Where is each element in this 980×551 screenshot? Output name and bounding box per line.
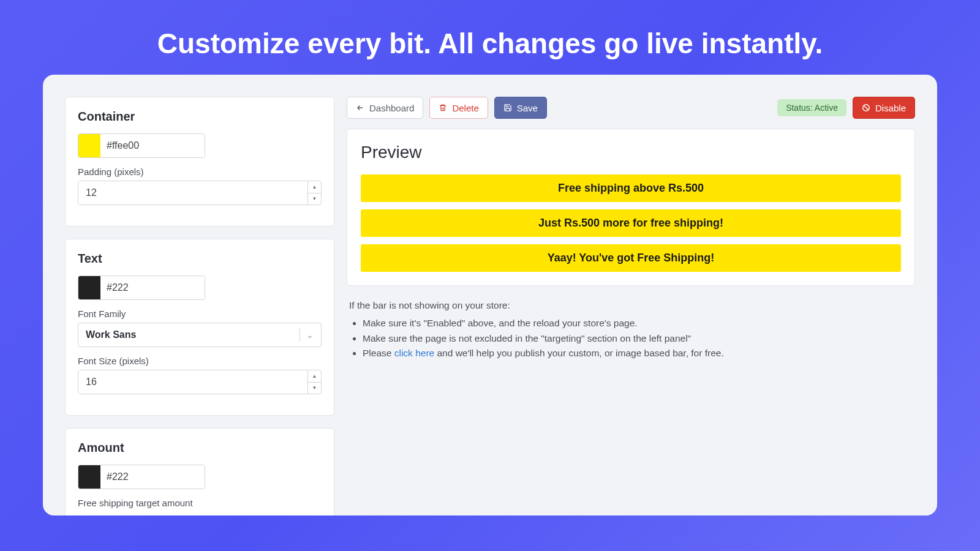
help-item-text: and we'll help you publish your custom, …: [434, 348, 724, 358]
chevron-up-icon[interactable]: ▲: [308, 370, 321, 383]
amount-color-input[interactable]: [78, 465, 205, 489]
padding-label: Padding (pixels): [78, 167, 322, 177]
arrow-left-icon: [356, 103, 364, 112]
font-size-label: Font Size (pixels): [78, 356, 322, 366]
help-item: Make sure it's "Enabled" above, and the …: [363, 316, 913, 331]
dashboard-label: Dashboard: [369, 103, 414, 113]
click-here-link[interactable]: click here: [394, 348, 434, 358]
trash-icon: [439, 103, 447, 112]
font-size-stepper[interactable]: ▲ ▼: [307, 370, 321, 394]
app-window: Container Padding (pixels) ▲ ▼ Text Font: [43, 75, 937, 515]
container-color-input[interactable]: [78, 133, 205, 158]
amount-color-swatch[interactable]: [78, 465, 100, 489]
container-card: Container Padding (pixels) ▲ ▼: [65, 97, 334, 227]
padding-stepper[interactable]: ▲ ▼: [307, 181, 321, 204]
preview-card: Preview Free shipping above Rs.500 Just …: [347, 129, 915, 286]
chevron-down-icon: ⌄: [306, 330, 314, 340]
font-family-select[interactable]: Work Sans ⌄: [78, 323, 322, 347]
text-section-title: Text: [78, 252, 322, 266]
status-badge: Status: Active: [777, 99, 846, 116]
chevron-down-icon[interactable]: ▼: [308, 383, 321, 394]
text-color-swatch[interactable]: [78, 276, 100, 299]
padding-input[interactable]: [78, 181, 307, 204]
font-family-value: Work Sans: [86, 329, 293, 340]
disable-button[interactable]: Disable: [853, 97, 915, 119]
chevron-down-icon[interactable]: ▼: [308, 193, 321, 205]
delete-label: Delete: [452, 103, 478, 113]
help-item-text: Please: [363, 348, 394, 358]
main-panel: Dashboard Delete Save Status: Active: [347, 97, 915, 515]
save-icon: [503, 103, 512, 112]
dashboard-button[interactable]: Dashboard: [347, 97, 423, 119]
container-color-value[interactable]: [100, 134, 205, 157]
help-item: Please click here and we'll help you pub…: [363, 346, 913, 361]
amount-section-title: Amount: [78, 441, 322, 455]
preview-bar: Yaay! You've got Free Shipping!: [361, 244, 901, 272]
help-intro: If the bar is not showing on your store:: [349, 298, 913, 313]
select-divider: [300, 328, 300, 342]
text-color-input[interactable]: [78, 276, 205, 300]
padding-input-wrap[interactable]: ▲ ▼: [78, 181, 322, 205]
font-family-label: Font Family: [78, 309, 322, 319]
toolbar: Dashboard Delete Save Status: Active: [347, 97, 915, 119]
save-label: Save: [517, 103, 538, 113]
text-color-value[interactable]: [100, 276, 205, 299]
help-text: If the bar is not showing on your store:…: [347, 296, 915, 361]
help-item: Make sure the page is not excluded in th…: [363, 331, 913, 347]
amount-color-value[interactable]: [100, 465, 205, 489]
amount-card: Amount Free shipping target amount: [65, 428, 334, 515]
disable-label: Disable: [875, 103, 906, 113]
preview-title: Preview: [361, 143, 901, 162]
text-card: Text Font Family Work Sans ⌄ Font Size (…: [65, 239, 334, 416]
prohibit-icon: [862, 103, 870, 112]
target-amount-label: Free shipping target amount: [78, 498, 322, 508]
hero-title: Customize every bit. All changes go live…: [0, 0, 980, 75]
delete-button[interactable]: Delete: [429, 97, 488, 119]
save-button[interactable]: Save: [494, 97, 547, 119]
preview-bar: Just Rs.500 more for free shipping!: [361, 209, 901, 237]
container-color-swatch[interactable]: [78, 134, 100, 157]
font-size-input[interactable]: [78, 370, 307, 394]
preview-bar: Free shipping above Rs.500: [361, 174, 901, 202]
font-size-input-wrap[interactable]: ▲ ▼: [78, 370, 322, 394]
settings-panel: Container Padding (pixels) ▲ ▼ Text Font: [65, 97, 334, 515]
chevron-up-icon[interactable]: ▲: [308, 181, 321, 193]
container-section-title: Container: [78, 110, 322, 124]
